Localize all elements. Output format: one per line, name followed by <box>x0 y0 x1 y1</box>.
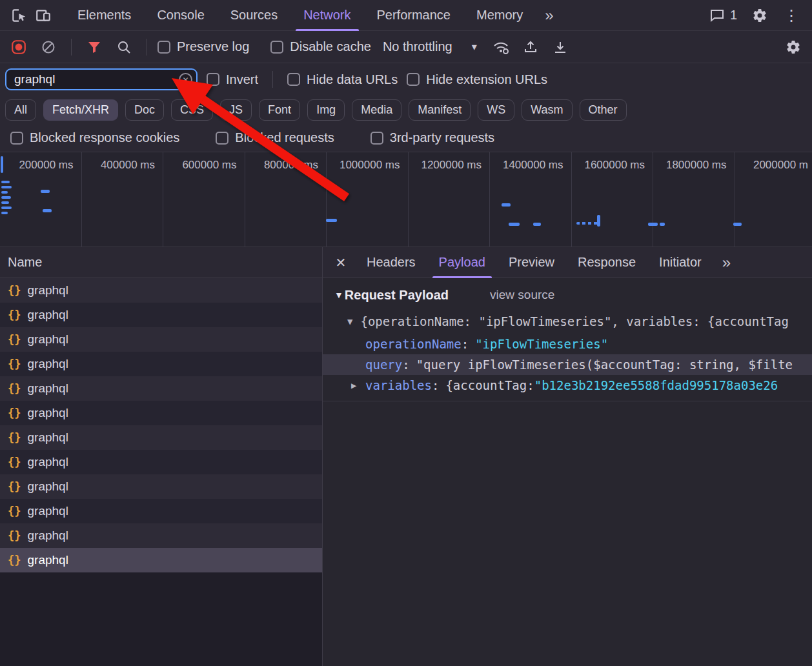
json-braces-icon: {} <box>8 431 21 444</box>
waterfall-activity-mark <box>576 222 600 225</box>
chip-ws[interactable]: WS <box>478 99 514 121</box>
blocked-requests-checkbox[interactable]: Blocked requests <box>216 130 334 145</box>
timeline-canvas[interactable]: 200000 ms 400000 ms 600000 ms 800000 ms … <box>0 152 812 247</box>
waterfall-activity-mark <box>733 223 742 226</box>
tab-console[interactable]: Console <box>144 0 217 31</box>
tab-preview[interactable]: Preview <box>497 247 566 278</box>
checkbox-box[interactable] <box>407 73 420 86</box>
network-conditions-icon[interactable] <box>489 35 513 59</box>
chip-fetch-xhr[interactable]: Fetch/XHR <box>43 99 118 121</box>
request-row-selected[interactable]: {}graphql <box>0 548 322 572</box>
panel-tabs: Elements Console Sources Network Perform… <box>65 0 536 31</box>
inspect-element-icon[interactable] <box>6 3 31 28</box>
checkbox-box[interactable] <box>270 41 283 54</box>
tab-payload[interactable]: Payload <box>427 247 497 278</box>
kebab-menu-icon[interactable]: ⋮ <box>777 6 806 25</box>
chip-css[interactable]: CSS <box>171 99 213 121</box>
chip-js[interactable]: JS <box>220 99 252 121</box>
name-column-header[interactable]: Name <box>0 247 322 278</box>
payload-summary-row[interactable]: ▼ {operationName: "ipFlowTimeseries", va… <box>323 309 812 334</box>
property-key: query <box>365 358 402 372</box>
record-network-log-button[interactable] <box>6 35 31 59</box>
checkbox-box[interactable] <box>216 132 228 145</box>
preserve-log-checkbox[interactable]: Preserve log <box>157 39 249 54</box>
checkbox-box[interactable] <box>10 132 23 145</box>
tab-initiator[interactable]: Initiator <box>647 247 713 278</box>
chip-media[interactable]: Media <box>352 99 401 121</box>
property-value: "query ipFlowTimeseries($accountTag: str… <box>416 358 793 372</box>
waterfall-activity-mark <box>1 207 12 209</box>
disable-cache-checkbox[interactable]: Disable cache <box>270 39 371 54</box>
disable-cache-label: Disable cache <box>290 39 371 54</box>
console-messages-button[interactable]: 1 <box>704 8 742 23</box>
json-braces-icon: {} <box>8 358 21 370</box>
device-toolbar-icon[interactable] <box>31 3 56 28</box>
hide-data-urls-checkbox[interactable]: Hide data URLs <box>287 72 398 87</box>
checkbox-box[interactable] <box>157 41 170 54</box>
hide-extension-urls-checkbox[interactable]: Hide extension URLs <box>407 72 547 87</box>
payload-divider <box>323 401 812 401</box>
more-detail-tabs-icon[interactable]: » <box>713 254 740 272</box>
checkbox-box[interactable] <box>207 73 219 86</box>
checkbox-box[interactable] <box>370 132 383 145</box>
request-row[interactable]: {}graphql <box>0 425 322 450</box>
timeline-tick: 400000 ms <box>82 152 164 247</box>
close-icon[interactable]: ✕ <box>327 247 355 278</box>
view-source-link[interactable]: view source <box>490 288 554 302</box>
payload-property-row[interactable]: operationName: "ipFlowTimeseries" <box>323 334 812 354</box>
tab-headers[interactable]: Headers <box>355 247 427 278</box>
tabbar-right-cluster: 1 ⋮ <box>704 3 806 28</box>
request-row[interactable]: {}graphql <box>0 278 322 303</box>
payload-property-row[interactable]: ▶ variables: {accountTag: "b12e3b2192ee5… <box>323 375 812 396</box>
collapse-triangle-icon[interactable]: ▼ <box>334 290 343 300</box>
request-row[interactable]: {}graphql <box>0 376 322 401</box>
throttling-dropdown[interactable]: No throttling ▾ <box>376 39 483 54</box>
request-row[interactable]: {}graphql <box>0 499 322 523</box>
filter-funnel-icon[interactable] <box>82 35 107 59</box>
settings-gear-icon[interactable] <box>747 3 772 28</box>
timeline-tick: 800000 ms <box>245 152 327 247</box>
clear-filter-icon[interactable]: ✕ <box>179 73 192 86</box>
more-panels-icon[interactable]: » <box>536 6 562 25</box>
request-row[interactable]: {}graphql <box>0 327 322 352</box>
checkbox-box[interactable] <box>287 73 300 86</box>
clear-network-log-icon[interactable] <box>36 35 61 59</box>
toolbar-divider <box>147 39 147 56</box>
request-row[interactable]: {}graphql <box>0 523 322 548</box>
invert-checkbox[interactable]: Invert <box>207 72 258 87</box>
waterfall-activity-mark <box>1 201 9 204</box>
export-har-icon[interactable] <box>548 35 573 59</box>
request-row[interactable]: {}graphql <box>0 352 322 376</box>
chip-manifest[interactable]: Manifest <box>409 99 471 121</box>
chip-wasm[interactable]: Wasm <box>522 99 572 121</box>
tab-memory[interactable]: Memory <box>463 0 536 31</box>
request-row[interactable]: {}graphql <box>0 450 322 474</box>
request-row[interactable]: {}graphql <box>0 303 322 327</box>
chip-doc[interactable]: Doc <box>125 99 164 121</box>
blocked-response-cookies-checkbox[interactable]: Blocked response cookies <box>10 130 179 145</box>
chip-other[interactable]: Other <box>580 99 627 121</box>
chip-font[interactable]: Font <box>259 99 300 121</box>
chip-all[interactable]: All <box>5 99 36 121</box>
tab-response[interactable]: Response <box>566 247 647 278</box>
network-settings-gear-icon[interactable] <box>781 35 806 59</box>
json-braces-icon: {} <box>8 529 21 542</box>
request-row[interactable]: {}graphql <box>0 401 322 425</box>
expand-triangle-icon[interactable]: ▶ <box>351 380 360 390</box>
third-party-requests-checkbox[interactable]: 3rd-party requests <box>370 130 494 145</box>
collapse-triangle-icon[interactable]: ▼ <box>347 316 352 327</box>
chip-img[interactable]: Img <box>307 99 345 121</box>
tab-sources[interactable]: Sources <box>218 0 290 31</box>
request-row[interactable]: {}graphql <box>0 474 322 499</box>
tab-elements[interactable]: Elements <box>65 0 144 31</box>
search-icon[interactable] <box>112 35 136 59</box>
json-braces-icon: {} <box>8 308 21 321</box>
json-braces-icon: {} <box>8 554 21 567</box>
requests-list: {}graphql {}graphql {}graphql {}graphql … <box>0 278 322 572</box>
import-har-icon[interactable] <box>518 35 543 59</box>
tab-performance[interactable]: Performance <box>364 0 464 31</box>
tab-network[interactable]: Network <box>290 0 363 31</box>
payload-property-row-selected[interactable]: query: "query ipFlowTimeseries($accountT… <box>323 354 812 375</box>
waterfall-activity-mark <box>43 209 52 212</box>
network-filter-input[interactable] <box>5 68 198 90</box>
